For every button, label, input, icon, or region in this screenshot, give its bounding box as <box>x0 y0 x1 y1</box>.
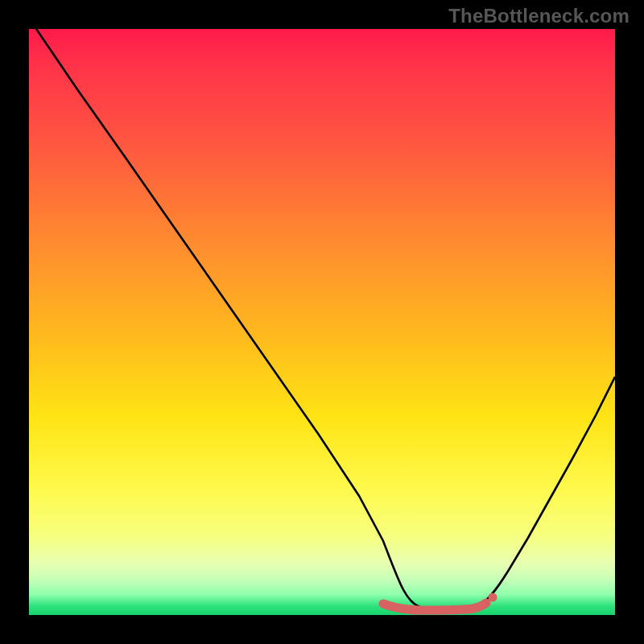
plot-area <box>29 29 615 615</box>
chart-frame: TheBottleneck.com <box>0 0 644 644</box>
valley-band <box>383 603 486 610</box>
valley-dot-right <box>489 593 497 602</box>
bottleneck-curve-svg <box>29 29 615 615</box>
watermark-text: TheBottleneck.com <box>448 5 630 27</box>
curve-path <box>33 29 615 610</box>
